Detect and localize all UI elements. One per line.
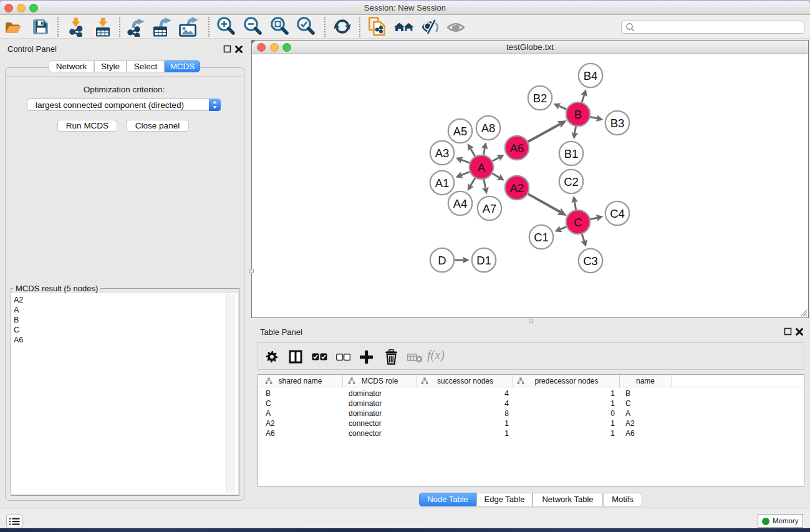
svg-text:D1: D1 <box>476 254 491 267</box>
svg-text:B3: B3 <box>610 117 625 130</box>
svg-text:D: D <box>438 254 446 267</box>
svg-text:A5: A5 <box>453 125 468 138</box>
svg-text:B: B <box>574 108 582 121</box>
svg-text:B1: B1 <box>564 147 579 160</box>
svg-text:A6: A6 <box>510 142 524 155</box>
svg-text:C1: C1 <box>534 231 549 244</box>
svg-text:C: C <box>574 216 582 229</box>
svg-text:B4: B4 <box>584 69 598 82</box>
svg-text:A8: A8 <box>481 122 496 135</box>
svg-text:C4: C4 <box>610 207 625 220</box>
svg-text:A1: A1 <box>435 177 450 190</box>
svg-text:C3: C3 <box>583 254 598 268</box>
svg-text:A2: A2 <box>510 181 524 195</box>
svg-text:A: A <box>478 161 486 174</box>
svg-text:C2: C2 <box>564 175 579 188</box>
svg-text:A7: A7 <box>483 202 497 215</box>
svg-text:A4: A4 <box>453 197 468 210</box>
svg-text:B2: B2 <box>533 92 547 105</box>
svg-text:A3: A3 <box>435 147 450 160</box>
